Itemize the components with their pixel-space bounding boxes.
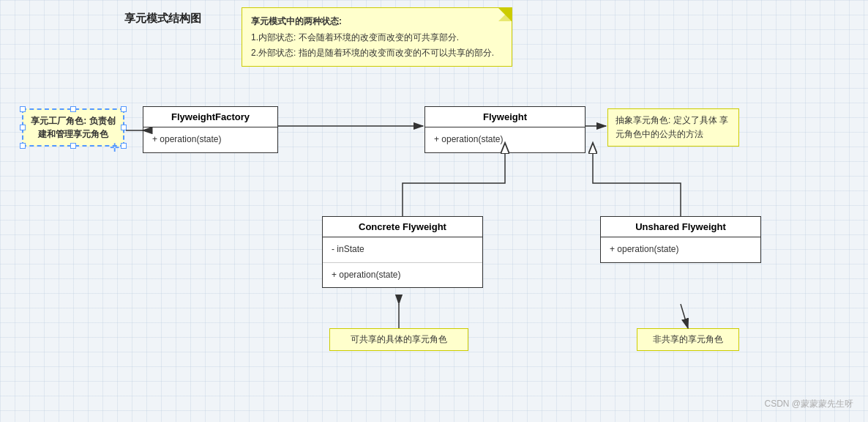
flyweight-box: Flyweight + operation(state) <box>424 106 585 153</box>
concrete-role-text: 可共享的具体的享元角色 <box>351 334 447 344</box>
handle-bl[interactable] <box>20 143 26 149</box>
flyweight-factory-box: FlyweightFactory + operation(state) <box>143 106 278 153</box>
handle-br[interactable] <box>121 143 127 149</box>
flyweight-box-header: Flyweight <box>425 107 585 127</box>
unshared-role-note: 非共享的享元角色 <box>637 328 739 351</box>
unshared-role-text: 非共享的享元角色 <box>653 334 723 344</box>
concrete-box-field: - inState <box>323 237 482 263</box>
concrete-role-note: 可共享的具体的享元角色 <box>329 328 468 351</box>
svg-line-8 <box>681 304 688 328</box>
note-line1: 1.内部状态: 不会随着环境的改变而改变的可共享部分. <box>251 30 503 45</box>
note-title: 享元模式中的两种状态: <box>251 14 503 29</box>
factory-box-body: + operation(state) <box>143 127 277 152</box>
move-icon[interactable]: ✛ <box>110 141 119 155</box>
abstract-role-note: 抽象享元角色: 定义了具体 享元角色中的公共的方法 <box>607 108 739 147</box>
concrete-box-header: Concrete Flyweight <box>323 217 482 237</box>
abstract-role-text: 抽象享元角色: 定义了具体 享元角色中的公共的方法 <box>616 115 728 139</box>
handle-tm[interactable] <box>70 106 76 112</box>
factory-box-header: FlyweightFactory <box>143 107 277 127</box>
flyweight-box-body: + operation(state) <box>425 127 585 152</box>
handle-bm[interactable] <box>70 143 76 149</box>
note-line2: 2.外部状态: 指的是随着环境的改变而改变的不可以共享的部分. <box>251 45 503 60</box>
concrete-box-body: + operation(state) <box>323 263 482 288</box>
factory-role-text: 享元工厂角色: 负责创建和管理享元角色 <box>31 116 115 139</box>
unshared-flyweight-box: Unshared Flyweight + operation(state) <box>600 216 761 263</box>
unshared-box-header: Unshared Flyweight <box>601 217 760 237</box>
handle-ml[interactable] <box>20 125 26 130</box>
factory-role-note: 享元工厂角色: 负责创建和管理享元角色 <box>22 108 124 147</box>
diagram-title: 享元模式结构图 <box>124 12 201 26</box>
note-box: 享元模式中的两种状态: 1.内部状态: 不会随着环境的改变而改变的可共享部分. … <box>242 7 512 67</box>
unshared-box-body: + operation(state) <box>601 237 760 262</box>
concrete-flyweight-box: Concrete Flyweight - inState + operation… <box>322 216 483 288</box>
handle-mr[interactable] <box>121 125 127 130</box>
watermark: CSDN @蒙蒙蒙先生呀 <box>764 398 853 410</box>
handle-tr[interactable] <box>121 106 127 112</box>
handle-tl[interactable] <box>20 106 26 112</box>
